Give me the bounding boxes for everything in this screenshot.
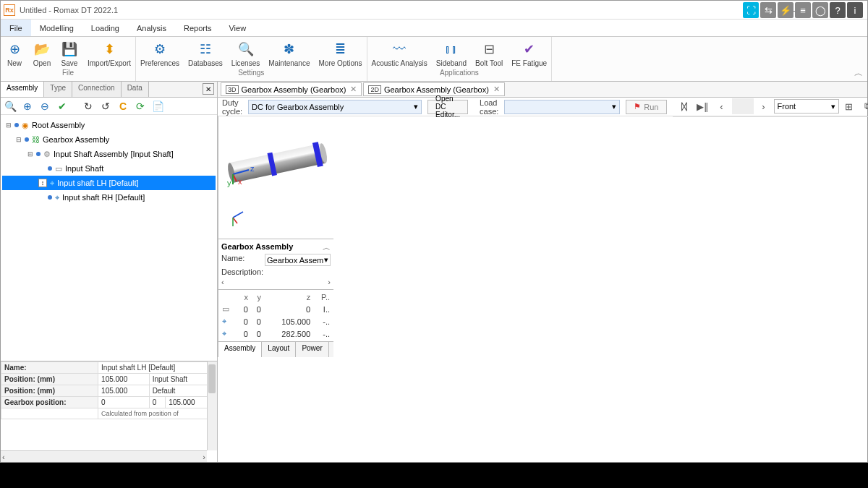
ribbon-open[interactable]: 📂Open — [28, 38, 56, 69]
ribbon-fe-fatigue[interactable]: ✔FE Fatigue — [507, 38, 551, 69]
menu-loading[interactable]: Loading — [82, 20, 128, 36]
left-tab-assembly[interactable]: Assembly — [1, 82, 44, 97]
ribbon-preferences[interactable]: ⚙Preferences — [136, 38, 184, 69]
run-button[interactable]: ⚑Run — [626, 100, 666, 114]
view-prev-icon[interactable]: ‹ — [713, 98, 731, 114]
tree-check-icon[interactable]: ✔ — [56, 100, 69, 113]
mini-viewport[interactable]: z x y — [218, 116, 333, 239]
menu-bar: File Modelling Loading Analysis Reports … — [1, 20, 867, 37]
close-icon[interactable]: ✕ — [493, 85, 500, 94]
svg-text:z: z — [250, 164, 255, 173]
ribbon-group-file: File — [62, 69, 74, 77]
menu-analysis[interactable]: Analysis — [128, 20, 175, 36]
view-orientation-select[interactable]: Front▾ — [774, 99, 839, 114]
rpanel-coord-table: xyzP.. ▭000I.. ⌖00105.000-.. ⌖00282.500-… — [218, 290, 333, 341]
brand-icon[interactable]: ⛶ — [743, 2, 759, 18]
load-case-select[interactable]: ▾ — [504, 100, 620, 114]
menu-modelling[interactable]: Modelling — [31, 20, 82, 36]
propgrid-vscroll[interactable] — [207, 361, 217, 450]
rpanel-scroll-up[interactable]: ︿ — [323, 242, 331, 253]
view-first-icon[interactable]: ᛞ — [676, 98, 693, 114]
prop-name[interactable]: Input shaft LH [Default] — [98, 362, 217, 374]
tree-input-shaft-rh[interactable]: ⌖Input shaft RH [Default] — [2, 190, 216, 205]
tree-input-shaft-lh[interactable]: ↕⌖Input shaft LH [Default] — [2, 176, 216, 190]
ribbon-group-settings: Settings — [238, 69, 264, 77]
ribbon-acoustic[interactable]: 〰Acoustic Analysis — [367, 38, 432, 69]
svg-line-30 — [233, 212, 243, 218]
tree-input-shaft-assembly[interactable]: ⊟⚙Input Shaft Assembly [Input Shaft] — [2, 147, 216, 161]
rtab-assembly[interactable]: Assembly — [218, 342, 262, 357]
ribbon-licenses[interactable]: 🔍Licenses — [227, 38, 264, 69]
ribbon-group-apps: Applications — [440, 69, 479, 77]
property-grid: Name:Input shaft LH [Default] Position: … — [1, 361, 217, 462]
ribbon-import-export[interactable]: ⬍Import/Export — [83, 38, 135, 69]
bolt-icon[interactable]: ⚡ — [778, 2, 793, 18]
prop-pos1-val[interactable]: 105.000 — [98, 374, 150, 385]
tree-refresh1-icon[interactable]: ↻ — [82, 100, 95, 113]
rpanel-nav-left[interactable]: ‹ — [221, 278, 224, 286]
help-icon[interactable]: ? — [830, 2, 846, 18]
svg-line-31 — [233, 218, 237, 223]
window-title: Untitled - Romax DT 2022.1 — [20, 6, 783, 14]
tree-input-shaft[interactable]: ▭Input Shaft — [2, 161, 216, 176]
rpanel-name-field[interactable]: Gearbox Assem▾ — [265, 254, 331, 266]
left-tab-connection[interactable]: Connection — [72, 82, 122, 97]
left-tab-data[interactable]: Data — [122, 82, 149, 97]
tree-gearbox-assembly[interactable]: ⊟⛓Gearbox Assembly — [2, 132, 216, 147]
tree-sync-icon[interactable]: ⟳ — [134, 100, 147, 113]
gear-icon[interactable]: ◯ — [812, 2, 828, 18]
tree-remove-icon[interactable]: ⊖ — [38, 100, 51, 113]
ribbon-new[interactable]: ⊕New — [1, 38, 28, 69]
info-icon[interactable]: i — [847, 2, 863, 18]
tree-root[interactable]: ⊟◉Root Assembly — [2, 118, 216, 132]
svg-rect-19 — [229, 143, 326, 182]
open-dc-editor-button[interactable]: Open DC Editor... — [427, 100, 468, 114]
view-playpause-icon[interactable]: ▶‖ — [694, 98, 712, 114]
app-logo: Rx — [4, 4, 15, 16]
propgrid-hscroll[interactable]: ‹› — [1, 450, 207, 462]
view-grid-icon[interactable]: ⊞ — [841, 98, 858, 114]
svg-text:x: x — [238, 177, 242, 186]
view-next-icon[interactable]: › — [755, 98, 773, 114]
rtab-power[interactable]: Power — [296, 342, 328, 357]
ribbon-save[interactable]: 💾Save — [56, 38, 83, 69]
chevron-down-icon: ▾ — [414, 102, 418, 111]
tree-cycle-icon[interactable]: C — [116, 100, 129, 113]
ribbon-maintenance[interactable]: ✽Maintenance — [264, 38, 314, 69]
rpanel-heading: Gearbox Assembly — [221, 242, 331, 251]
doc-tab-3d[interactable]: 3DGearbox Assembly (Gearbox)✕ — [221, 82, 362, 96]
tree-add-icon[interactable]: ⊕ — [21, 100, 34, 113]
tree-refresh2-icon[interactable]: ↺ — [99, 100, 112, 113]
ribbon-databases[interactable]: ☷Databases — [184, 38, 227, 69]
tree-search-icon[interactable]: 🔍 — [4, 100, 17, 113]
menu-view[interactable]: View — [220, 20, 255, 36]
svg-text:y: y — [227, 179, 231, 187]
left-tab-type[interactable]: Type — [44, 82, 72, 97]
doc-tab-2d[interactable]: 2DGearbox Assembly (Gearbox)✕ — [363, 82, 504, 96]
model-tree[interactable]: ⊟◉Root Assembly ⊟⛓Gearbox Assembly ⊟⚙Inp… — [1, 115, 217, 361]
close-icon[interactable]: ✕ — [350, 85, 357, 94]
rtab-layout[interactable]: Layout — [262, 342, 296, 357]
ribbon-bolt-tool[interactable]: ⊟Bolt Tool — [471, 38, 507, 69]
left-panel-close[interactable]: ✕ — [203, 83, 214, 95]
rpanel-nav-right[interactable]: › — [328, 278, 331, 286]
tree-report-icon[interactable]: 📄 — [151, 100, 164, 113]
view-copy-icon[interactable]: ⧉ — [859, 98, 869, 114]
list-icon[interactable]: ≡ — [795, 2, 811, 18]
duty-cycle-select[interactable]: DC for Gearbox Assembly▾ — [248, 100, 422, 114]
duty-cycle-label: Duty cycle: — [222, 98, 242, 116]
menu-reports[interactable]: Reports — [175, 20, 221, 36]
chevron-down-icon: ▾ — [612, 102, 616, 111]
menu-file[interactable]: File — [1, 20, 31, 36]
load-case-label: Load case: — [480, 98, 498, 116]
view-slider[interactable] — [732, 98, 754, 114]
sync-icon[interactable]: ⇆ — [760, 2, 776, 18]
prop-pos2-val[interactable]: 105.000 — [98, 385, 150, 397]
ribbon-collapse-icon[interactable]: ︿ — [854, 67, 863, 80]
ribbon-sideband[interactable]: ⫾⫾Sideband — [432, 38, 471, 69]
ribbon-more-options[interactable]: ≣More Options — [315, 38, 367, 69]
